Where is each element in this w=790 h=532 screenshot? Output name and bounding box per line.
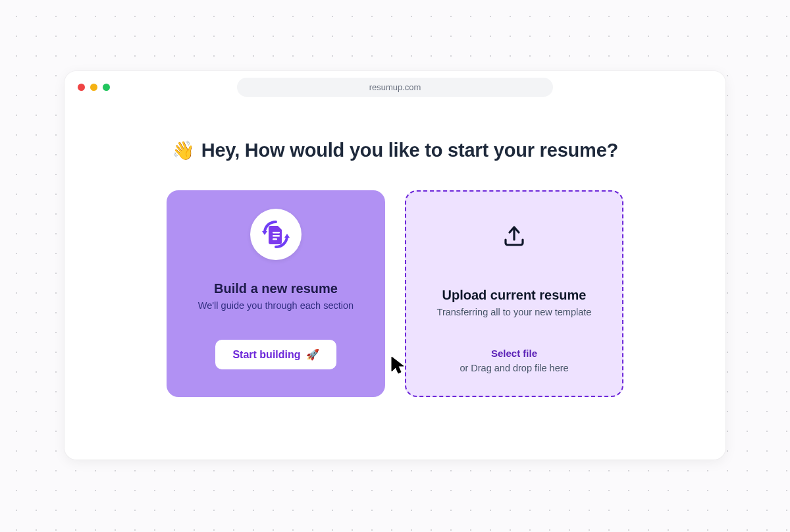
drag-drop-label: or Drag and drop file here: [460, 363, 568, 373]
build-resume-card[interactable]: Build a new resume We'll guide you throu…: [167, 190, 385, 397]
build-card-subtitle: We'll guide you through each section: [198, 300, 354, 311]
address-bar-url: resumup.com: [369, 82, 421, 92]
upload-card-subtitle: Transferring all to your new template: [437, 307, 592, 317]
document-refresh-icon: [250, 209, 302, 260]
start-building-button[interactable]: Start building 🚀: [215, 340, 336, 369]
svg-rect-3: [273, 235, 280, 237]
svg-rect-4: [273, 238, 277, 240]
svg-rect-2: [273, 232, 280, 234]
build-card-title: Build a new resume: [214, 281, 338, 296]
rocket-icon: 🚀: [306, 348, 319, 361]
address-bar[interactable]: resumup.com: [237, 78, 553, 97]
upload-card-title: Upload current resume: [442, 288, 587, 303]
maximize-window-icon[interactable]: [103, 84, 110, 91]
window-controls: [78, 84, 110, 91]
page-heading: 👋 Hey, How would you like to start your …: [91, 140, 699, 161]
option-cards: Build a new resume We'll guide you throu…: [91, 190, 699, 397]
minimize-window-icon[interactable]: [90, 84, 97, 91]
titlebar: resumup.com: [65, 71, 725, 103]
close-window-icon[interactable]: [78, 84, 85, 91]
select-file-link[interactable]: Select file: [491, 348, 537, 359]
browser-window: resumup.com 👋 Hey, How would you like to…: [65, 71, 725, 460]
upload-icon: [488, 210, 540, 261]
start-building-label: Start building: [232, 349, 300, 361]
svg-marker-1: [284, 234, 290, 238]
heading-text: Hey, How would you like to start your re…: [201, 140, 618, 161]
upload-resume-card[interactable]: Upload current resume Transferring all t…: [405, 190, 623, 397]
svg-marker-0: [262, 231, 267, 235]
page-content: 👋 Hey, How would you like to start your …: [65, 103, 725, 397]
wave-icon: 👋: [172, 140, 195, 161]
